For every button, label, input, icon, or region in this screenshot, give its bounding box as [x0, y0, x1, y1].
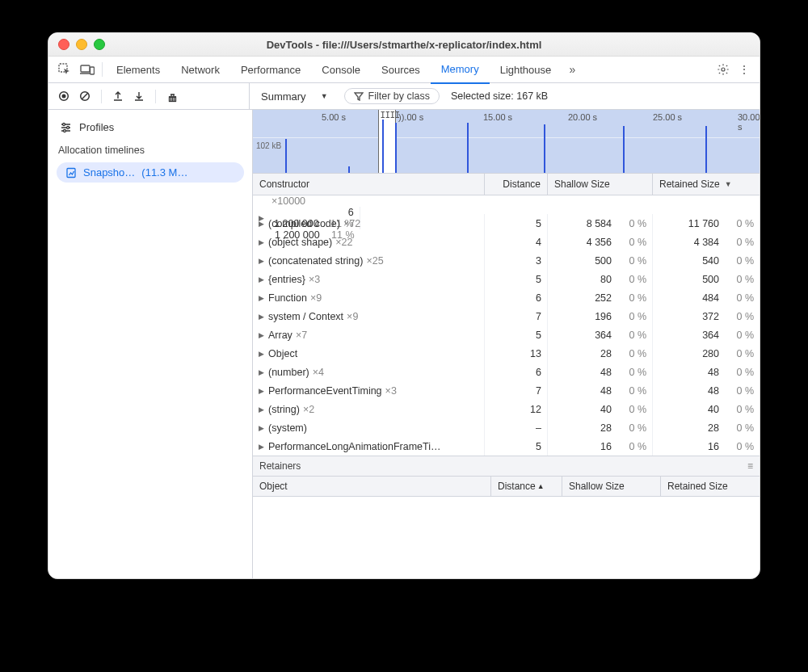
svg-rect-2 — [90, 67, 95, 74]
retained-cell: 480 % — [653, 381, 760, 400]
expand-icon[interactable]: ▶ — [259, 257, 264, 265]
hamburger-icon[interactable]: ≡ — [747, 460, 753, 472]
table-row[interactable]: ▶(number)×46480 %480 % — [253, 363, 760, 381]
retained-cell: 480 % — [653, 363, 760, 381]
shallow-cell: 280 % — [548, 344, 653, 363]
instance-count: ×4 — [313, 367, 324, 378]
kebab-menu-icon[interactable]: ⋮ — [734, 63, 755, 76]
table-row[interactable]: ▶PerformanceLongAnimationFrameTi…5160 %1… — [253, 437, 760, 456]
table-row[interactable]: ▶(object shape)×2244 3560 %4 3840 % — [253, 233, 760, 251]
table-body[interactable]: ▶×1000061 200 00011 %1 200 00011 %▶(comp… — [253, 195, 760, 456]
table-row[interactable]: ▶(concatenated string)×2535000 %5400 % — [253, 251, 760, 270]
table-row[interactable]: ▶Object13280 %2800 % — [253, 344, 760, 363]
svg-point-5 — [62, 94, 66, 99]
retainers-header[interactable]: Retainers ≡ — [253, 456, 760, 477]
ret-col-shallow[interactable]: Shallow Size — [562, 477, 661, 496]
settings-icon[interactable] — [713, 63, 734, 76]
allocation-timeline[interactable]: 102 kB ⵊⵊⵊⵊ 5.00 s)).00 s15.00 s20.00 s2… — [253, 110, 760, 174]
instance-count: ×9 — [347, 311, 358, 322]
tab-memory[interactable]: Memory — [431, 56, 490, 84]
expand-icon[interactable]: ▶ — [259, 238, 264, 246]
tab-console[interactable]: Console — [311, 57, 371, 82]
inspect-icon[interactable] — [53, 63, 76, 76]
expand-icon[interactable]: ▶ — [259, 350, 264, 358]
ret-col-distance[interactable]: Distance▲ — [491, 477, 562, 496]
expand-icon[interactable]: ▶ — [259, 368, 264, 376]
instance-count: ×25 — [366, 255, 383, 267]
shallow-cell: 280 % — [548, 418, 653, 437]
timeline-ylabel: 102 kB — [256, 141, 281, 150]
expand-icon[interactable]: ▶ — [259, 387, 264, 395]
svg-point-10 — [67, 126, 69, 128]
col-shallow[interactable]: Shallow Size — [548, 174, 653, 195]
expand-icon[interactable]: ▶ — [259, 220, 264, 228]
retainers-title: Retainers — [259, 460, 301, 472]
table-row[interactable]: ▶PerformanceEventTiming×37480 %480 % — [253, 381, 760, 400]
instance-count: ×7 — [296, 330, 307, 341]
ret-col-object[interactable]: Object — [253, 477, 491, 496]
snapshot-item[interactable]: Snapsho… (11.3 M… — [57, 162, 244, 183]
tab-elements[interactable]: Elements — [106, 57, 170, 82]
close-window-button[interactable] — [58, 39, 69, 50]
shallow-cell: 8 5840 % — [548, 214, 653, 233]
col-retained[interactable]: Retained Size — [653, 174, 760, 195]
constructor-name: (string) — [268, 404, 300, 415]
table-row[interactable]: ▶×1000061 200 00011 %1 200 00011 % — [253, 195, 760, 214]
constructor-name: Function — [268, 292, 307, 304]
minimize-window-button[interactable] — [76, 39, 87, 50]
load-profile-icon[interactable] — [109, 87, 127, 105]
expand-icon[interactable]: ▶ — [259, 275, 264, 284]
expand-icon[interactable]: ▶ — [259, 424, 264, 432]
distance-cell: 7 — [485, 307, 548, 326]
table-row[interactable]: ▶{entries}×35800 %5000 % — [253, 270, 760, 288]
shallow-cell: 800 % — [548, 270, 653, 288]
table-row[interactable]: ▶Function×962520 %4840 % — [253, 288, 760, 307]
retained-cell: 3720 % — [653, 307, 760, 326]
instance-count: ×9 — [310, 292, 322, 304]
record-icon[interactable] — [55, 87, 73, 105]
svg-point-9 — [63, 123, 65, 125]
save-profile-icon[interactable] — [130, 87, 148, 105]
clear-icon[interactable] — [76, 87, 94, 105]
expand-icon[interactable]: ▶ — [259, 443, 264, 451]
instance-count: ×72 — [343, 218, 360, 229]
profiles-header[interactable]: Profiles — [60, 121, 241, 133]
filter-chip[interactable]: Filter by class — [344, 88, 440, 104]
expand-icon[interactable]: ▶ — [259, 313, 264, 321]
col-distance[interactable]: Distance — [485, 174, 548, 195]
instance-count: ×3 — [309, 274, 320, 285]
tab-lighthouse[interactable]: Lighthouse — [490, 57, 562, 82]
col-constructor[interactable]: Constructor — [253, 174, 485, 195]
timeline-tick: 25.00 s — [653, 112, 682, 122]
zoom-window-button[interactable] — [94, 39, 105, 50]
expand-icon[interactable]: ▶ — [259, 294, 264, 302]
shallow-cell: 5000 % — [548, 251, 653, 270]
tab-performance[interactable]: Performance — [230, 57, 311, 82]
timeline-tick: 30.00 s — [738, 112, 760, 132]
timeline-bar — [382, 120, 384, 173]
view-dropdown[interactable]: Summary ▼ — [256, 90, 333, 103]
table-row[interactable]: ▶(string)×212400 %400 % — [253, 400, 760, 418]
timeline-selection[interactable]: ⵊⵊⵊⵊ — [378, 110, 396, 173]
ret-col-retained[interactable]: Retained Size — [661, 477, 760, 496]
shallow-cell: 1960 % — [548, 307, 653, 326]
devtools-window: DevTools - file:///Users/stmarthe/x-repl… — [48, 32, 760, 579]
device-toolbar-icon[interactable] — [76, 64, 99, 75]
more-tabs-icon[interactable]: » — [562, 63, 583, 76]
table-row[interactable]: ▶Array×753640 %3640 % — [253, 326, 760, 344]
tab-network[interactable]: Network — [170, 57, 230, 82]
timeline-tick: 15.00 s — [483, 112, 512, 122]
timeline-bar — [285, 139, 287, 173]
distance-cell: 12 — [485, 400, 548, 418]
constructor-name: (object shape) — [268, 237, 332, 248]
timeline-tick: 20.00 s — [568, 112, 597, 122]
constructor-name: Array — [268, 330, 292, 341]
expand-icon[interactable]: ▶ — [259, 405, 264, 414]
table-row[interactable]: ▶system / Context×971960 %3720 % — [253, 307, 760, 326]
expand-icon[interactable]: ▶ — [259, 331, 264, 339]
table-row[interactable]: ▶(compiled code)×7258 5840 %11 7600 % — [253, 214, 760, 233]
table-row[interactable]: ▶(system)–280 %280 % — [253, 418, 760, 437]
collect-garbage-icon[interactable] — [163, 87, 181, 105]
filter-chip-label: Filter by class — [368, 90, 430, 102]
tab-sources[interactable]: Sources — [371, 57, 431, 82]
